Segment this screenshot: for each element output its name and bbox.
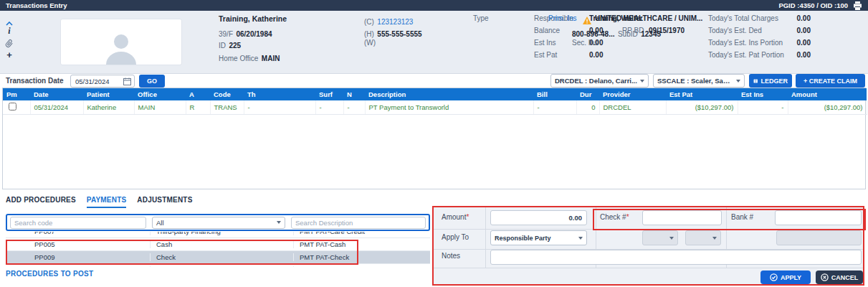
payment-type: Credit Card <box>151 266 294 267</box>
check-number-label: Check #* <box>600 213 629 221</box>
bottom-tabs: ADD PROCEDURES PAYMENTS ADJUSTMENTS <box>6 196 193 208</box>
cell-dur: 0 <box>576 100 599 115</box>
tab-adjustments[interactable]: ADJUSTMENTS <box>137 196 192 208</box>
transactions-entry-screen: Transactions Entry PGID :4350 / OID :100… <box>0 0 868 287</box>
todays-total-charges-label: Today's Total Charges <box>708 14 778 22</box>
col-header-n: N <box>343 88 365 100</box>
col-header-surf: Surf <box>315 88 343 100</box>
home-office-value: MAIN <box>262 55 280 62</box>
category-select-value: All <box>156 219 164 227</box>
cell-provider: DRCDEL <box>599 100 666 115</box>
circle-check-icon <box>770 273 778 281</box>
bank-number-label: Bank # <box>731 213 753 221</box>
add-plus-icon[interactable]: + <box>4 50 14 60</box>
cell-phone-link[interactable]: 123123123 <box>377 18 413 26</box>
cell-office: MAIN <box>134 100 186 115</box>
prim-ins-phone: 800-896-48... <box>572 30 615 38</box>
col-header-description: Description <box>365 88 533 100</box>
payment-code-row[interactable]: PP005 Cash PMT PAT-Cash <box>6 238 430 251</box>
notes-label: Notes <box>442 252 460 260</box>
transaction-date-input[interactable] <box>74 77 121 86</box>
col-header-est-pat: Est Pat <box>666 88 738 100</box>
chevron-down-icon <box>640 80 644 83</box>
cancel-button-label: CANCEL <box>831 274 859 281</box>
payment-description: PMT PAT-Cash <box>294 240 430 248</box>
printer-icon[interactable] <box>853 1 862 10</box>
divider <box>485 207 486 268</box>
tab-payments[interactable]: PAYMENTS <box>87 196 127 208</box>
col-header-pm: Pm <box>3 88 30 100</box>
row-select-checkbox[interactable] <box>9 103 16 110</box>
cell-est-pat: ($10,297.00) <box>666 100 738 115</box>
check-number-input[interactable] <box>642 210 722 225</box>
search-description-input[interactable] <box>291 217 426 229</box>
chevron-down-icon <box>669 237 674 240</box>
id-label: ID <box>219 42 226 50</box>
prim-ins-value: UNITED HEALTHCARE / UNIM... <box>595 14 702 22</box>
payment-code-filterbar: All <box>6 214 430 231</box>
patient-header: i + Training, Katherine 39/F 06/20/1984 … <box>0 11 868 74</box>
provider-select[interactable]: DRCDEL : Delano, Carri... <box>550 74 649 88</box>
page-title: Transactions Entry <box>6 1 67 9</box>
todays-est-ded-label: Today's Est. Ded <box>708 27 762 34</box>
payment-code-row-selected[interactable]: PP009 Check PMT PAT-Check <box>6 251 430 264</box>
apply-to-select-value: Responsible Party <box>495 235 551 242</box>
transaction-date-input-wrap <box>70 75 135 88</box>
disabled-select-1 <box>642 230 678 245</box>
todays-est-ded-value: 0.00 <box>785 27 811 34</box>
payment-code: PP009 <box>6 253 151 261</box>
cell-th: - <box>244 100 315 115</box>
amount-label: Amount* <box>442 213 469 221</box>
create-claim-button[interactable]: + CREATE CLAIM <box>796 74 865 88</box>
type-label: Type <box>473 14 489 22</box>
todays-est-ins-portion-label: Today's Est. Ins Portion <box>708 39 783 47</box>
cell-code: TRANS <box>210 100 244 115</box>
chevron-down-icon <box>712 237 717 240</box>
notes-input[interactable] <box>490 250 862 265</box>
ledger-button[interactable]: LEDGER <box>749 74 792 88</box>
col-header-provider: Provider <box>599 88 666 100</box>
payment-form-panel: Amount* Check #* Bank # Apply To Respons… <box>432 206 864 286</box>
go-button[interactable]: GO <box>139 75 165 88</box>
cell-description: PT Payment to Transworld <box>365 100 533 115</box>
bank-number-input[interactable] <box>775 210 862 225</box>
payment-type: Third-party Financing <box>151 232 294 235</box>
payment-type: Cash <box>151 240 294 248</box>
amount-input[interactable] <box>490 210 587 225</box>
calendar-icon[interactable] <box>123 77 131 85</box>
cell-surf: - <box>315 100 343 115</box>
payment-code-row[interactable]: PP007 Third-party Financing PMT PAT-Care… <box>6 232 430 238</box>
col-header-code: Code <box>210 88 244 100</box>
payment-description: PMT PAT-Care Credit <box>294 232 430 235</box>
todays-total-charges-value: 0.00 <box>785 14 811 22</box>
payment-code-row[interactable]: PP001 Credit Card PMT PAT-Debit Card <box>6 264 430 267</box>
apply-button[interactable]: APPLY <box>760 270 811 284</box>
cell-est-ins: - <box>738 100 788 115</box>
transactions-table: Pm Date Patient Office A Code Th Surf N … <box>2 88 866 189</box>
pgid-oid-label: PGID :4350 / OID :100 <box>778 1 848 9</box>
col-header-est-ins: Est Ins <box>738 88 788 100</box>
payment-description: PMT PAT-Check <box>294 253 430 261</box>
divider <box>433 268 864 268</box>
cell-a: R <box>186 100 210 115</box>
payment-code-list: PP007 Third-party Financing PMT PAT-Care… <box>6 232 430 267</box>
info-icon[interactable]: i <box>4 26 14 37</box>
required-mark: * <box>466 213 469 221</box>
tab-add-procedures[interactable]: ADD PROCEDURES <box>6 196 76 208</box>
ledger-book-icon <box>753 77 758 85</box>
cancel-button[interactable]: CANCEL <box>816 270 863 284</box>
prim-ins-link[interactable]: Prim. Ins <box>548 14 576 22</box>
search-code-input[interactable] <box>10 217 146 229</box>
category-select[interactable]: All <box>152 217 285 229</box>
todays-est-ins-portion-value: 0.00 <box>785 39 811 47</box>
procedures-to-post-link[interactable]: PROCEDURES TO POST <box>6 270 93 278</box>
title-bar: Transactions Entry PGID :4350 / OID :100 <box>0 0 868 11</box>
patient-photo-placeholder[interactable] <box>60 19 182 65</box>
cell-phone-label: (C) <box>364 18 374 26</box>
apply-to-select[interactable]: Responsible Party <box>490 230 587 245</box>
chevron-down-icon <box>736 80 740 83</box>
payment-code: PP005 <box>6 240 151 248</box>
transaction-row[interactable]: 05/31/2024 Katherine MAIN R TRANS - - - … <box>3 100 867 115</box>
chevron-down-icon <box>277 221 281 224</box>
resource-select[interactable]: SSCALE : Scaler, Sandy <box>653 74 745 88</box>
